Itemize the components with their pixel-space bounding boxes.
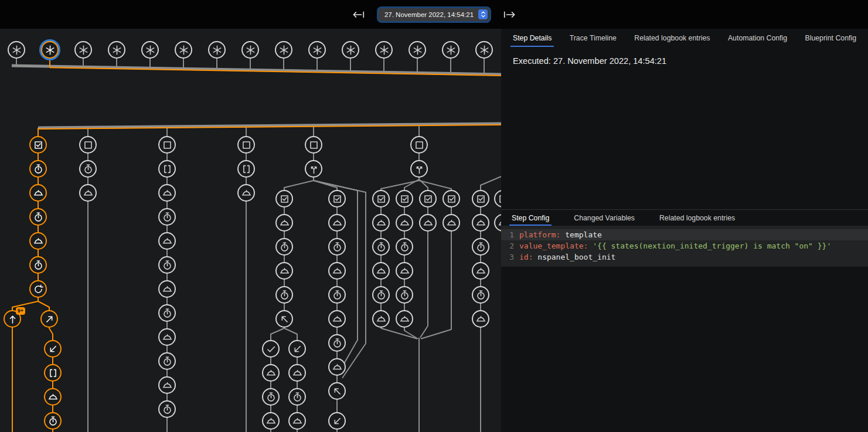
trace-node-asterisk[interactable] [241, 41, 259, 59]
tab-changed-variables[interactable]: Changed Variables [569, 210, 639, 226]
trace-node-timer[interactable] [79, 160, 97, 178]
tab-trace-timeline[interactable]: Trace Timeline [565, 29, 621, 47]
trace-node-dome[interactable] [158, 376, 176, 394]
trace-node-arrow-top-right[interactable] [40, 310, 58, 328]
run-select[interactable]: 27. November 2022, 14:54:21 [379, 8, 489, 21]
tab-related-logbook-entries[interactable]: Related logbook entries [655, 210, 740, 226]
trace-node-arrow-top-left[interactable] [328, 382, 346, 400]
trace-node-dome[interactable] [288, 412, 306, 430]
trace-node-dome[interactable] [396, 262, 413, 280]
trace-node-dome[interactable] [158, 232, 176, 250]
trace-node-square[interactable] [237, 136, 255, 154]
trace-node-dome[interactable] [288, 364, 306, 382]
trace-node-timer[interactable] [472, 238, 489, 256]
trace-node-asterisk[interactable] [275, 41, 292, 59]
trace-node-dome[interactable] [372, 214, 390, 232]
trace-node-square[interactable] [158, 136, 176, 154]
trace-node-dome[interactable] [472, 310, 489, 328]
trace-node-timer[interactable] [158, 208, 176, 226]
tab-step-config[interactable]: Step Config [507, 210, 554, 226]
tab-step-details[interactable]: Step Details [508, 29, 556, 47]
trace-node-dome[interactable] [158, 184, 176, 202]
trace-node-timer[interactable] [472, 286, 489, 304]
trace-node-dome[interactable] [328, 310, 346, 328]
trace-node-arrow-bottom-left[interactable] [44, 340, 62, 358]
trace-node-choose[interactable] [305, 160, 322, 178]
trace-node-dome[interactable] [79, 184, 97, 202]
trace-node-timer[interactable] [44, 412, 62, 430]
trace-node-brackets[interactable] [237, 160, 255, 178]
trace-node-dome[interactable] [472, 262, 489, 280]
trace-node-dome[interactable] [237, 184, 255, 202]
trace-node-dome[interactable] [328, 214, 346, 232]
trace-node-timer[interactable] [158, 352, 176, 370]
trace-node-checkbox[interactable] [328, 190, 346, 208]
trace-node-timer[interactable] [29, 256, 47, 274]
trace-node-checkbox[interactable] [442, 190, 460, 208]
trace-node-timer[interactable] [328, 286, 346, 304]
trace-node-asterisk[interactable] [409, 41, 426, 59]
trace-node-dome[interactable] [396, 214, 413, 232]
trace-node-timer[interactable] [275, 238, 293, 256]
trace-node-dome[interactable] [328, 262, 346, 280]
trace-node-timer[interactable] [396, 286, 413, 304]
trace-node-timer[interactable] [158, 304, 176, 322]
trace-node-checkbox[interactable] [396, 190, 413, 208]
trace-node-arrow-bottom-left[interactable] [288, 340, 306, 358]
trace-node-timer[interactable] [158, 400, 176, 418]
trace-node-dome[interactable] [442, 214, 460, 232]
trace-node-brackets[interactable] [158, 160, 176, 178]
trace-node-repeat[interactable] [29, 280, 47, 298]
trace-node-check[interactable] [262, 340, 280, 358]
trace-node-timer[interactable] [29, 160, 47, 178]
trace-node-square[interactable] [79, 136, 97, 154]
trace-node-dome[interactable] [262, 412, 280, 430]
trace-node-dome[interactable] [372, 310, 390, 328]
trace-node-dome[interactable] [472, 214, 489, 232]
trace-node-asterisk[interactable] [308, 41, 326, 59]
trace-node-dome[interactable] [29, 232, 47, 250]
trace-node-timer[interactable] [29, 208, 47, 226]
trace-node-checkbox[interactable] [29, 136, 47, 154]
trace-node-timer[interactable] [328, 334, 346, 352]
trace-node-checkbox[interactable] [472, 190, 489, 208]
previous-run-button[interactable] [350, 6, 367, 23]
tab-automation-config[interactable]: Automation Config [723, 29, 792, 47]
trace-node-dome[interactable] [419, 214, 437, 232]
trace-node-asterisk[interactable] [141, 41, 159, 59]
trace-node-timer[interactable] [372, 238, 390, 256]
trace-node-choose[interactable] [410, 160, 428, 178]
trace-node-timer[interactable] [396, 238, 413, 256]
next-run-button[interactable] [501, 6, 518, 23]
trace-node-dome[interactable] [29, 184, 47, 202]
trace-node-arrow-bottom-left[interactable] [328, 412, 346, 430]
trace-node-asterisk[interactable] [208, 41, 226, 59]
trace-node-square[interactable] [305, 136, 322, 154]
trace-node-asterisk[interactable] [442, 41, 459, 59]
trace-node-asterisk[interactable] [175, 41, 192, 59]
trace-node-timer[interactable] [158, 256, 176, 274]
trace-node-dome[interactable] [158, 280, 176, 298]
trace-node-checkbox[interactable] [419, 190, 437, 208]
trace-node-timer[interactable] [275, 286, 293, 304]
trace-node-asterisk[interactable] [375, 41, 393, 59]
trace-node-dome[interactable] [494, 214, 501, 232]
trace-node-asterisk[interactable] [74, 41, 92, 59]
trace-node-checkbox[interactable] [372, 190, 390, 208]
trace-node-checkbox[interactable] [275, 190, 293, 208]
trace-node-asterisk[interactable] [475, 41, 493, 59]
trace-node-timer[interactable] [262, 388, 280, 406]
tab-blueprint-config[interactable]: Blueprint Config [801, 29, 862, 47]
trace-node-timer[interactable] [372, 286, 390, 304]
trace-node-dome[interactable] [158, 328, 176, 346]
trace-node-dome[interactable] [372, 262, 390, 280]
trace-node-square[interactable] [410, 136, 428, 154]
trace-node-checkbox[interactable] [494, 190, 501, 208]
trace-node-timer[interactable] [288, 388, 306, 406]
trace-node-dome[interactable] [275, 214, 293, 232]
trace-node-asterisk[interactable] [342, 41, 359, 59]
trace-node-asterisk[interactable] [8, 41, 25, 59]
tab-related-logbook-entries[interactable]: Related logbook entries [629, 29, 714, 47]
trace-node-arrow-up[interactable]: 9+ [4, 310, 21, 328]
trace-node-asterisk[interactable] [108, 41, 125, 59]
